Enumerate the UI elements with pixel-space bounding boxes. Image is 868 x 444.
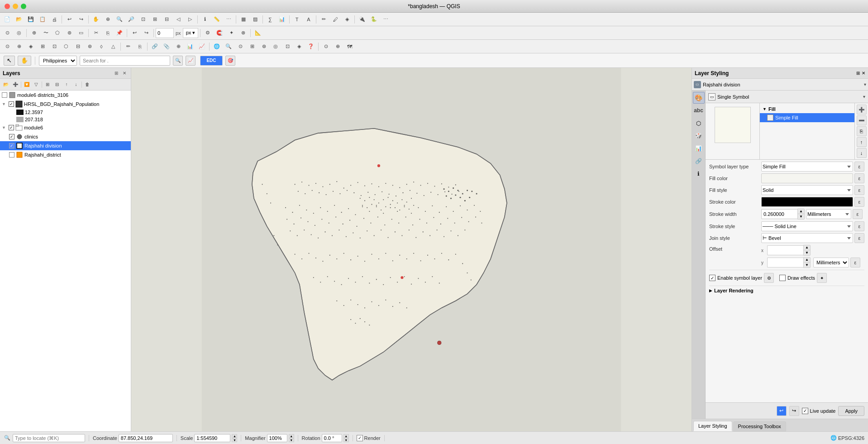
search-input[interactable] — [80, 56, 170, 66]
snap-config-btn[interactable]: ⚙ — [202, 28, 213, 38]
rotation-down-btn[interactable]: ▼ — [343, 438, 349, 442]
ls-paint-btn[interactable]: 🎨 — [693, 92, 705, 104]
expand-module6[interactable]: ▼ — [2, 125, 7, 130]
ls-abc-btn[interactable]: abc — [693, 105, 705, 116]
ls-tree-simple-fill[interactable]: Simple Fill — [760, 113, 854, 122]
add-layer-btn[interactable]: ➕ — [11, 80, 20, 89]
tbr3-29[interactable]: 🗺 — [344, 42, 355, 52]
stroke-style-select[interactable]: ─── Solid Line — [761, 221, 853, 231]
zoom-out-btn[interactable]: 🔎 — [126, 14, 137, 24]
pan-btn[interactable]: ✋ — [91, 14, 101, 24]
tbr3-14[interactable]: 📎 — [161, 42, 172, 52]
tbr3-3[interactable]: ◈ — [25, 42, 36, 52]
edit-btn[interactable]: 🖊 — [330, 14, 341, 24]
tbr3-15[interactable]: ⊕ — [173, 42, 184, 52]
layer-item-module6districts[interactable]: module6 districts_3106 — [0, 91, 131, 100]
vertex-btn[interactable]: ◈ — [342, 14, 353, 24]
zoom-next-btn[interactable]: ▷ — [185, 14, 196, 24]
move-up-btn[interactable]: ↑ — [62, 80, 71, 89]
tbr3-23[interactable]: ◎ — [270, 42, 281, 52]
locate-input[interactable] — [13, 434, 85, 442]
ls-undock-btn[interactable]: ⊞ — [856, 71, 860, 76]
redo2-btn[interactable]: ↪ — [141, 28, 152, 38]
filter2-btn[interactable]: ▽ — [32, 80, 41, 89]
identify-btn[interactable]: ℹ — [200, 14, 210, 24]
ls-up-btn[interactable]: ↑ — [857, 137, 867, 147]
tbr3-10[interactable]: △ — [108, 42, 119, 52]
stroke-width-input[interactable] — [761, 209, 797, 219]
layer-checkbox-rajshahidistrict[interactable] — [9, 152, 14, 158]
layers-float-btn[interactable]: ⊞ — [113, 70, 120, 77]
layer-checkbox-module6[interactable] — [9, 125, 14, 130]
snap-self-btn[interactable]: ⊗ — [238, 28, 248, 38]
join-style-expr-btn[interactable]: ε — [854, 233, 864, 243]
open-btn[interactable]: 📂 — [14, 14, 24, 24]
paste-feat-btn[interactable]: 📌 — [114, 28, 125, 38]
ls-close-btn[interactable]: ✕ — [862, 71, 865, 76]
tbr3-16[interactable]: 📊 — [185, 42, 196, 52]
scale-input[interactable] — [194, 434, 230, 442]
minimize-button[interactable] — [13, 4, 18, 9]
stroke-style-expr-btn[interactable]: ε — [854, 221, 864, 231]
tbr3-9[interactable]: ◊ — [96, 42, 107, 52]
tbr3-5[interactable]: ⊡ — [49, 42, 60, 52]
layer-rendering-header[interactable]: ▶ Layer Rendering — [709, 288, 864, 293]
tbr3-24[interactable]: ⊡ — [282, 42, 293, 52]
stroke-width-unit-select[interactable]: Millimeters — [806, 209, 851, 219]
tbr3-13[interactable]: 🔗 — [149, 42, 160, 52]
stroke-color-expr-btn[interactable]: ε — [854, 197, 864, 207]
magnifier-input[interactable] — [267, 434, 287, 442]
live-update-checkbox[interactable]: ✓ — [802, 408, 808, 414]
tbr3-28[interactable]: ⊕ — [332, 42, 343, 52]
stroke-width-expr-btn[interactable]: ε — [853, 209, 863, 219]
tbr3-20[interactable]: ⊙ — [235, 42, 246, 52]
expand-all-btn[interactable]: ⊞ — [43, 80, 52, 89]
collapse-all-btn[interactable]: ⊟ — [52, 80, 62, 89]
pan-tool-btn[interactable]: ✋ — [18, 56, 31, 66]
digitize-btn[interactable]: ✏ — [318, 14, 329, 24]
select-btn[interactable]: ▦ — [238, 14, 249, 24]
ls-layer-dropdown-btn[interactable]: ▾ — [864, 82, 866, 87]
rotation-input[interactable] — [322, 434, 342, 442]
tbr3-2[interactable]: ⊕ — [14, 42, 24, 52]
render-checkbox[interactable]: ✓ — [357, 435, 363, 441]
layer-checkbox-hrslbgd[interactable] — [9, 101, 14, 107]
scale-down-btn[interactable]: ▼ — [232, 438, 237, 442]
tbr3-11[interactable]: ✏ — [123, 42, 134, 52]
tbr3-1[interactable]: ⊙ — [2, 42, 13, 52]
copy-feat-btn[interactable]: ⎘ — [102, 28, 113, 38]
pointer-tool-btn[interactable]: ↖ — [4, 56, 15, 66]
tbr3-17[interactable]: 📈 — [196, 42, 207, 52]
add-circ-btn[interactable]: ⊛ — [64, 28, 75, 38]
zoom-in-btn[interactable]: 🔍 — [114, 14, 125, 24]
line-chart-btn[interactable]: 📈 — [186, 56, 196, 66]
symbol-type-select[interactable]: Simple Fill — [761, 162, 853, 172]
expand-hrsl[interactable]: ▼ — [2, 102, 7, 106]
ls-add-layer-btn[interactable]: ➕ — [857, 105, 867, 115]
snap-btn[interactable]: ⊙ — [2, 28, 13, 38]
symbol-type-expr-btn[interactable]: ε — [854, 162, 864, 172]
coordinate-input[interactable] — [119, 434, 173, 442]
undo2-btn[interactable]: ↩ — [129, 28, 140, 38]
more-btn[interactable]: ⋯ — [223, 14, 234, 24]
draw-effects-btn[interactable]: ✦ — [817, 273, 827, 283]
zoom-full-btn[interactable]: ⊡ — [138, 14, 148, 24]
fill-style-select[interactable]: Solid — [761, 185, 853, 195]
add-rect-btn[interactable]: ▭ — [76, 28, 86, 38]
tbr3-6[interactable]: ⬡ — [61, 42, 72, 52]
tbr3-4[interactable]: ⊞ — [37, 42, 48, 52]
print-btn[interactable]: 🖨 — [49, 14, 60, 24]
offset-y-down-btn[interactable]: ▼ — [804, 263, 810, 267]
offset-x-down-btn[interactable]: ▼ — [804, 250, 810, 255]
python-btn[interactable]: 🐍 — [368, 14, 379, 24]
layers-close-btn[interactable]: ✕ — [121, 70, 128, 77]
zoom-select-btn[interactable]: ⊟ — [161, 14, 172, 24]
tbr3-8[interactable]: ⊛ — [84, 42, 95, 52]
tbr3-21[interactable]: ⊞ — [247, 42, 258, 52]
stroke-width-down-btn[interactable]: ▼ — [798, 214, 804, 219]
edc-btn[interactable]: EDC — [200, 56, 223, 66]
offset-expr-btn[interactable]: ε — [850, 258, 860, 267]
ls-history-fwd-btn[interactable]: ↪ — [789, 406, 799, 416]
join-style-select[interactable]: ⊢ Bevel — [761, 233, 853, 243]
undo-btn[interactable]: ↩ — [64, 14, 75, 24]
